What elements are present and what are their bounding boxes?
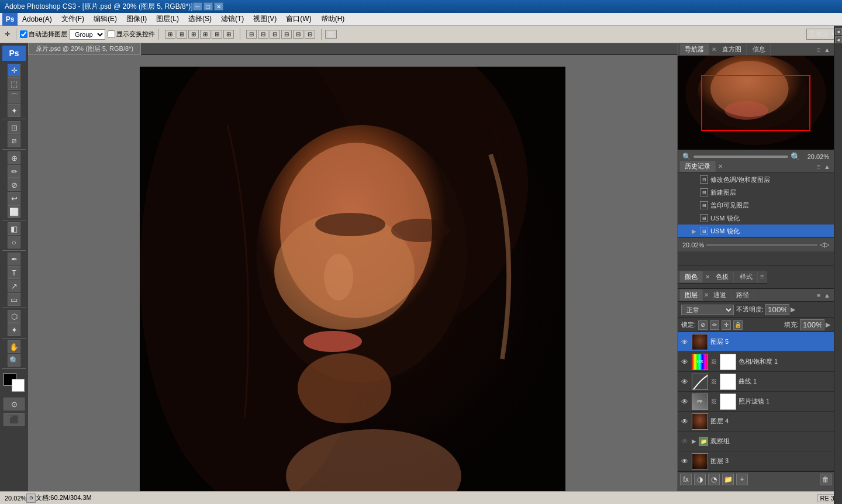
brush-tool[interactable]: ✏ [8,165,20,178]
menu-image[interactable]: 图像(I) [122,13,151,25]
opacity-arrow[interactable]: ▶ [791,306,795,313]
canvas-icon[interactable]: 🖼 [325,30,337,39]
layers-menu-icon[interactable]: ≡ [816,292,822,299]
navigator-close[interactable]: ✕ [712,46,716,53]
dist-middle[interactable]: ⊟ [293,30,303,39]
layer-5-eye[interactable]: 👁 [680,337,689,347]
screen-mode-btn[interactable]: ⬛ [4,413,25,426]
layer-group-eye[interactable]: 👁 [680,437,689,446]
tab-navigator[interactable]: 导航器 [680,44,709,55]
layer-4-eye[interactable]: 👁 [680,417,689,426]
tab-histogram[interactable]: 直方图 [717,44,747,55]
layer-item-curves[interactable]: 👁 ⛓ 曲线 1 [678,372,834,392]
vert-btn-1[interactable]: ◄ [835,28,842,35]
menu-help[interactable]: 帮助(H) [316,13,350,25]
eraser-tool[interactable]: ⬜ [8,205,20,218]
lock-position[interactable]: ✛ [722,320,731,330]
shape-tool[interactable]: ▭ [8,293,20,306]
background-color[interactable] [12,379,25,392]
layer-item-3[interactable]: 👁 图层 3 [678,451,834,471]
hand-tool[interactable]: ✋ [8,340,20,353]
layer-group-btn[interactable]: 📁 [722,474,734,485]
dist-right[interactable]: ⊟ [270,30,280,39]
layer-style-btn[interactable]: fx [680,474,692,485]
pen-tool[interactable]: ✒ [8,253,20,265]
gradient-tool[interactable]: ◧ [8,222,20,235]
tab-paths[interactable]: 路径 [731,289,754,301]
layer-3-eye[interactable]: 👁 [680,457,689,466]
history-menu-icon[interactable]: ≡ [816,163,822,170]
menu-layer[interactable]: 图层(L) [151,13,184,25]
history-item-0[interactable]: ⊟ 修改色调/饱和度图层 [678,173,834,186]
tab-channels[interactable]: 通道 [709,289,731,301]
dodge-tool[interactable]: ○ [8,236,20,248]
align-center[interactable]: ⊞ [177,30,187,39]
align-right[interactable]: ⊞ [188,30,199,39]
layer-curves-eye[interactable]: 👁 [680,377,689,386]
nav-collapse-icon[interactable]: ▲ [823,46,831,53]
menu-select[interactable]: 选择(S) [184,13,216,25]
vert-btn-2[interactable]: ◄ [835,36,842,43]
zoom-out-icon[interactable]: 🔍 [682,153,691,161]
tab-styles[interactable]: 样式 [735,271,758,282]
align-left[interactable]: ⊞ [165,30,175,39]
dist-left[interactable]: ⊟ [246,30,257,39]
slice-tool[interactable]: ⧄ [8,134,20,147]
history-item-2[interactable]: ⊟ 盖印可见图层 [678,199,834,212]
zoom-tool[interactable]: 🔍 [8,354,20,367]
maximize-button[interactable]: □ [203,2,213,11]
tab-layers[interactable]: 图层 [680,289,703,301]
dist-top[interactable]: ⊟ [281,30,292,39]
dist-bottom[interactable]: ⊟ [305,30,315,39]
history-collapse-icon[interactable]: ▲ [823,163,831,170]
layer-item-hue[interactable]: 👁 HS ⛓ 色相/饱和度 1 [678,352,834,372]
quick-mask-btn[interactable]: ⊙ [4,398,25,410]
align-top[interactable]: ⊞ [200,30,210,39]
menu-file[interactable]: 文件(F) [57,13,89,25]
opacity-input[interactable] [765,304,789,315]
canvas-tab[interactable]: 原片.psd @ 20% (图层 5, RGB/8*) [28,43,141,55]
align-middle[interactable]: ⊞ [212,30,222,39]
nav-menu-icon[interactable]: ≡ [816,46,822,53]
menu-view[interactable]: 视图(V) [249,13,281,25]
layer-filter-eye[interactable]: 👁 [680,397,689,406]
layers-collapse-icon[interactable]: ▲ [823,292,831,299]
color-menu-icon[interactable]: ≡ [759,273,765,280]
lock-paint[interactable]: ✏ [710,320,719,330]
menu-filter[interactable]: 滤镜(T) [216,13,249,25]
fill-input[interactable] [800,319,824,330]
layer-new-btn[interactable]: + [736,474,748,485]
move-tool[interactable]: ✛ [8,64,20,77]
dist-center[interactable]: ⊟ [258,30,268,39]
history-item-1[interactable]: ⊟ 新建图层 [678,186,834,199]
fill-arrow[interactable]: ▶ [826,321,830,329]
color-close[interactable]: ✕ [705,274,710,280]
heal-tool[interactable]: ⊕ [8,151,20,164]
auto-select-checkbox[interactable]: 自动选择图层 [20,30,67,39]
tab-info[interactable]: 信息 [748,44,771,55]
clone-tool[interactable]: ⊘ [8,178,20,191]
lasso-tool[interactable]: ⌒ [8,91,20,103]
zoom-slider[interactable] [693,156,788,158]
menu-window[interactable]: 窗口(W) [281,13,316,25]
history-item-4[interactable]: ▶ ⊟ USM 锐化 [678,225,834,237]
layer-item-group[interactable]: 👁 ▶ 📁 观察组 [678,431,834,451]
layer-mask-btn[interactable]: ◑ [694,474,706,485]
eyedropper-tool[interactable]: ✦ [8,323,20,336]
layer-adjustment-btn[interactable]: ◔ [708,474,720,485]
history-slider-icon[interactable]: ◁▷ [820,241,829,248]
path-select-tool[interactable]: ↗ [8,279,20,292]
layer-item-5[interactable]: 👁 图层 5 [678,332,834,352]
layer-delete-btn[interactable]: 🗑 [820,474,831,485]
lock-transparent[interactable]: ⊘ [698,320,708,330]
select-tool[interactable]: ⬚ [8,77,20,90]
show-transform-checkbox[interactable]: 显示变换控件 [108,30,155,39]
tab-color[interactable]: 颜色 [680,271,703,282]
history-close[interactable]: ✕ [718,163,723,170]
group-select[interactable]: Group Layer [70,29,105,40]
blend-mode-select[interactable]: 正常 溶解 正片叠底 [681,305,734,315]
minimize-button[interactable]: ─ [193,2,202,11]
lock-all[interactable]: 🔒 [733,320,743,330]
layers-close[interactable]: ✕ [704,292,709,298]
history-zoom-slider[interactable] [706,244,817,246]
